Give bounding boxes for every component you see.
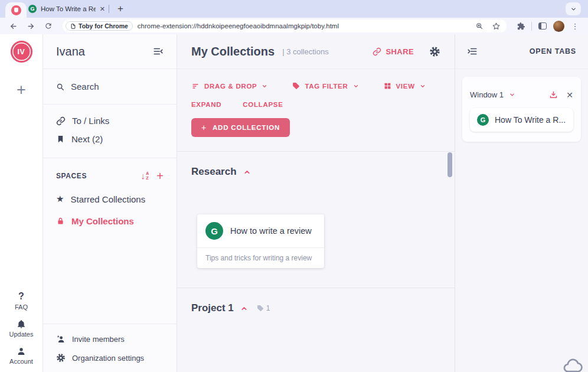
sidebar-item-next[interactable]: Next (2) (56, 134, 164, 144)
dropdown-label: DRAG & DROP (204, 83, 257, 90)
sidebar-links: To / Links Next (2) (43, 105, 177, 158)
extension-chip[interactable]: Toby for Chrome (66, 21, 133, 31)
chevron-down-icon (420, 83, 426, 89)
screen: G How To Write a Review — Tips ✕ + Toby … (0, 0, 588, 372)
search-button[interactable]: Search (43, 69, 177, 105)
address-bar[interactable]: Toby for Chrome chrome-extension://hddnk… (63, 19, 507, 32)
tag-icon (292, 82, 300, 90)
tag-count-value: 1 (266, 304, 270, 312)
open-tab-item[interactable]: G How To Write a R... (470, 108, 573, 132)
organization-settings-button[interactable]: Organization settings (56, 353, 164, 363)
toolbar-divider (531, 22, 532, 31)
page-title: My Collections (191, 45, 275, 58)
grammarly-favicon-icon: G (205, 222, 223, 240)
star-icon: ★ (56, 194, 64, 204)
sidebar-item-label: Next (2) (71, 134, 103, 144)
invite-members-button[interactable]: Invite members (56, 334, 164, 344)
spaces-section: SPACES ↓ A Z + ★ Starred C (43, 158, 177, 238)
sort-lines-icon (191, 83, 200, 90)
collections-count: | 3 collections (282, 47, 329, 56)
gear-icon (56, 353, 66, 363)
drag-drop-dropdown[interactable]: DRAG & DROP (191, 83, 267, 90)
collection-card[interactable]: G How to write a review Tips and tricks … (197, 214, 324, 268)
faq-button[interactable]: ? FAQ (15, 291, 28, 311)
updates-button[interactable]: Updates (9, 319, 34, 338)
sort-arrow-icon: ↓ (141, 171, 145, 180)
sort-spaces-button[interactable]: ↓ A Z (141, 171, 149, 181)
chevron-up-icon[interactable] (243, 168, 251, 176)
card-subtitle: Tips and tricks for writing a review (197, 247, 324, 268)
kebab-menu-icon: ⋮ (571, 22, 579, 31)
side-panel-button[interactable] (535, 19, 550, 32)
person-icon (17, 347, 26, 356)
zoom-icon[interactable] (475, 22, 484, 30)
open-tabs-header: OPEN TABS (455, 34, 588, 69)
extensions-button[interactable] (514, 19, 528, 32)
download-icon (549, 90, 558, 99)
scrollbar-thumb[interactable] (447, 152, 452, 177)
browser-tab[interactable]: G How To Write a Review — Tips ✕ (25, 0, 107, 18)
chevron-down-icon[interactable] (509, 92, 515, 98)
open-tab-title: How To Write a R... (495, 115, 566, 125)
reload-button[interactable] (41, 19, 55, 32)
updates-label: Updates (9, 331, 34, 338)
toby-logo-icon (11, 5, 21, 15)
dropdown-label: TAG FILTER (305, 83, 348, 90)
add-collection-label: ADD COLLECTION (213, 124, 280, 131)
add-space-button[interactable]: + (156, 170, 164, 182)
window-header-row: Window 1 ✕ (470, 90, 573, 99)
chevron-down-icon (262, 83, 267, 89)
sidebar-item-to-links[interactable]: To / Links (56, 116, 164, 126)
share-button[interactable]: SHARE (373, 47, 414, 56)
sidebar-footer: Invite members Organization settings (43, 324, 177, 372)
tab-search-button[interactable] (566, 2, 581, 15)
search-icon (56, 83, 64, 91)
sidebar-item-starred-collections[interactable]: ★ Starred Collections (56, 194, 164, 204)
bookmark-star-icon[interactable] (492, 22, 501, 31)
collection-section-project1: Project 1 1 (177, 288, 455, 314)
main-panel: My Collections | 3 collections SHARE DRA… (177, 34, 455, 372)
pinned-tab-toby[interactable] (5, 2, 27, 18)
add-workspace-button[interactable]: + (17, 82, 26, 98)
close-window-button[interactable]: ✕ (566, 91, 573, 99)
collections-scroll-area: Research G How to write a review Tips an… (177, 152, 455, 372)
forward-button[interactable] (24, 19, 38, 32)
chevron-up-icon[interactable] (240, 305, 248, 312)
expand-button[interactable]: EXPAND (191, 101, 221, 108)
back-button[interactable] (6, 19, 20, 32)
workspace-avatar[interactable]: IV (11, 41, 32, 63)
forward-icon (27, 22, 35, 31)
footer-item-label: Organization settings (72, 354, 144, 363)
collapse-open-tabs-button[interactable] (467, 46, 478, 57)
card-title: How to write a review (230, 226, 312, 236)
collection-name: Research (191, 166, 237, 178)
browser-profile-avatar[interactable] (553, 21, 564, 32)
share-label: SHARE (386, 47, 414, 56)
collapse-sidebar-button[interactable] (153, 46, 164, 57)
sidebar-item-label: To / Links (72, 116, 109, 126)
collapse-button[interactable]: COLLAPSE (243, 101, 283, 108)
tab-close-icon[interactable]: ✕ (100, 6, 105, 12)
tag-filter-dropdown[interactable]: TAG FILTER (292, 82, 358, 90)
save-window-button[interactable] (549, 90, 558, 99)
view-dropdown[interactable]: VIEW (384, 82, 426, 90)
person-add-icon (56, 334, 66, 344)
lock-icon (56, 217, 65, 226)
gear-icon (429, 46, 440, 57)
tab-separator (109, 5, 109, 13)
sidebar-item-my-collections[interactable]: My Collections (56, 216, 164, 226)
browser-toolbar: Toby for Chrome chrome-extension://hddnk… (0, 18, 588, 34)
left-rail: IV + ? FAQ Updates Account (0, 34, 43, 372)
collection-settings-button[interactable] (429, 46, 440, 57)
sidebar: Ivana Search To / Links Next (2) (43, 34, 177, 372)
new-tab-button[interactable]: + (113, 2, 128, 16)
add-collection-button[interactable]: + ADD COLLECTION (191, 118, 290, 137)
search-label: Search (71, 81, 99, 92)
share-link-icon (373, 47, 381, 56)
spaces-heading: SPACES (56, 172, 87, 180)
reload-icon (44, 22, 53, 30)
space-label: Starred Collections (70, 194, 145, 204)
browser-menu-button[interactable]: ⋮ (568, 19, 582, 32)
url-text: chrome-extension://hddnkoipeenegfoeaoibd… (138, 22, 471, 30)
account-button[interactable]: Account (9, 347, 33, 365)
